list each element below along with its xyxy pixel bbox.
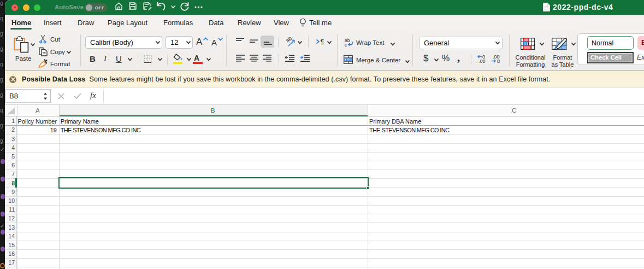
svg-text:0: 0 xyxy=(497,59,500,64)
svg-text:.00: .00 xyxy=(478,59,486,64)
svg-text:¶: ¶ xyxy=(321,38,324,46)
